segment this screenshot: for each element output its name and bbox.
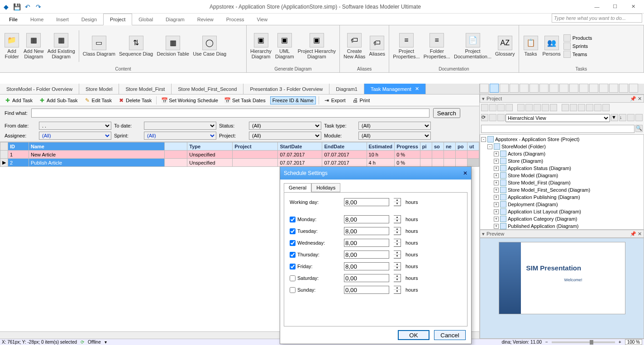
side-icon[interactable] [609, 84, 618, 93]
expand-icon[interactable]: + [494, 202, 499, 207]
ptool-icon[interactable] [627, 114, 634, 121]
col-ne[interactable]: ne [444, 142, 455, 151]
sprint-select[interactable]: (All) [144, 132, 216, 140]
day-checkbox[interactable] [290, 264, 296, 269]
project-properties-button[interactable]: ≡Project Properties... [391, 32, 421, 60]
tree-item[interactable]: +Application Category (Diagram) [481, 215, 643, 222]
zoom-value[interactable]: 100 % [625, 339, 642, 345]
set-task-dates-button[interactable]: 📅Set Task Dates [223, 96, 267, 104]
project-hierarchy-button[interactable]: ▣Project Hierarchy Diagram [296, 32, 338, 60]
side-icon[interactable] [480, 84, 489, 93]
freeze-id-name-button[interactable]: Freeze ID & Name [270, 96, 316, 104]
ptool-icon[interactable] [586, 104, 593, 111]
col-type[interactable]: Type [187, 142, 233, 151]
ptool-icon[interactable] [578, 104, 585, 111]
add-folder-button[interactable]: 📁Add Folder [2, 32, 22, 60]
expand-icon[interactable]: + [494, 159, 499, 164]
menu-view[interactable]: View [251, 14, 274, 25]
ptool-icon[interactable] [489, 114, 496, 121]
tree-item[interactable]: +Actors (Diagram) [481, 150, 643, 157]
project-select[interactable]: (All) [249, 132, 321, 140]
col-start[interactable]: StartDate [278, 142, 322, 151]
assignee-select[interactable]: (All) [39, 132, 111, 140]
ptool-icon[interactable] [506, 104, 513, 111]
ptool-icon[interactable] [497, 114, 505, 121]
task-type-select[interactable]: (All) [358, 122, 431, 130]
menu-design[interactable]: Design [75, 14, 103, 25]
spinner[interactable]: ▲▼ [394, 286, 401, 294]
add-subtask-button[interactable]: ✚Add Sub-Task [37, 96, 79, 104]
pin-icon[interactable]: 📌 [630, 96, 636, 102]
col-po[interactable]: po [455, 142, 467, 151]
from-date-select[interactable]: . . [39, 122, 111, 130]
close-tab-icon[interactable]: ✕ [415, 86, 419, 92]
side-icon[interactable] [549, 84, 558, 93]
menu-diagram[interactable]: Diagram [159, 14, 191, 25]
day-hours-input[interactable] [344, 274, 389, 282]
set-working-schedule-button[interactable]: 📅Set Working Schedule [159, 96, 220, 104]
tab-store-model-first-second[interactable]: Store Model_First_Second [172, 84, 243, 94]
table-row[interactable]: ▶ 2 Publish Article Unspecified 07.07.20… [0, 159, 479, 167]
ptool-icon[interactable] [594, 104, 601, 111]
day-hours-input[interactable] [344, 239, 389, 247]
menu-project[interactable]: Project [103, 14, 132, 25]
redo-icon[interactable]: ↷ [34, 3, 43, 11]
col-so[interactable]: so [432, 142, 444, 151]
create-new-alias-button[interactable]: 🏷Create New Alias [342, 32, 367, 60]
ptool-icon[interactable] [497, 104, 505, 111]
zoom-thumb[interactable] [590, 340, 593, 345]
add-new-diagram-button[interactable]: ▦Add New Diagram [22, 32, 46, 60]
day-hours-input[interactable] [344, 215, 389, 223]
cancel-button[interactable]: Cancel [434, 330, 466, 340]
chevron-down-icon[interactable]: ▾ [482, 96, 485, 102]
day-checkbox[interactable] [290, 275, 296, 281]
dialog-title-bar[interactable]: Schedule Settings ✕ [280, 167, 471, 180]
glossary-button[interactable]: AZGlossary [493, 35, 516, 57]
spinner[interactable]: ▲▼ [394, 227, 401, 235]
refresh-icon[interactable]: ⟳ [481, 114, 488, 121]
tree-item[interactable]: +Published Application (Diagram) [481, 222, 643, 230]
working-day-input[interactable] [344, 198, 389, 206]
find-input[interactable] [31, 109, 429, 118]
expand-icon[interactable]: + [494, 209, 499, 214]
tab-holidays[interactable]: Holidays [311, 183, 340, 192]
products-button[interactable]: Products [563, 34, 592, 42]
expand-icon[interactable]: - [487, 144, 492, 149]
module-select[interactable]: (All) [358, 132, 431, 140]
day-hours-input[interactable] [344, 262, 389, 270]
app-icon[interactable]: ◆ [2, 3, 10, 11]
add-task-button[interactable]: ✚Add Task [3, 96, 34, 104]
side-icon[interactable] [490, 84, 499, 93]
chevron-down-icon[interactable]: ▾ [105, 340, 107, 345]
ptool-icon[interactable] [602, 104, 610, 111]
ptool-icon[interactable] [525, 104, 533, 111]
side-icon[interactable] [629, 84, 638, 93]
maximize-button[interactable]: ☐ [606, 0, 624, 13]
spinner[interactable]: ▲▼ [394, 262, 401, 270]
expand-icon[interactable]: - [481, 137, 486, 142]
filter-icon[interactable]: ▼ [611, 114, 618, 121]
tell-me-search[interactable]: Type here what you want to do... [552, 14, 642, 23]
export-button[interactable]: ⇥Export [322, 96, 348, 104]
ptool-icon[interactable] [635, 114, 643, 121]
menu-home[interactable]: Home [24, 14, 50, 25]
spinner[interactable]: ▲▼ [394, 215, 401, 223]
status-select[interactable]: (All) [249, 122, 321, 130]
expand-icon[interactable]: + [494, 188, 499, 193]
folder-properties-button[interactable]: ≡Folder Properties... [422, 32, 452, 60]
tree-item[interactable]: +Application List Layout (Diagram) [481, 208, 643, 215]
ptool-icon[interactable] [562, 104, 569, 111]
tasks-button[interactable]: 📋Tasks [521, 35, 541, 57]
zoom-in-icon[interactable]: + [619, 340, 621, 345]
sequence-diag-button[interactable]: ⇅Sequence Diag [117, 35, 155, 57]
save-icon[interactable]: 💾 [13, 3, 21, 11]
decision-table-button[interactable]: ▦Decision Table [155, 35, 191, 57]
class-diagram-button[interactable]: ▭Class Diagram [81, 35, 117, 57]
day-checkbox[interactable] [290, 240, 296, 246]
col-ut[interactable]: ut [467, 142, 479, 151]
tab-diagram1[interactable]: Diagram1 [329, 84, 364, 94]
row-header-col[interactable] [0, 142, 8, 151]
expand-icon[interactable]: + [494, 166, 499, 171]
day-checkbox[interactable] [290, 217, 296, 222]
expand-icon[interactable]: + [494, 173, 499, 178]
